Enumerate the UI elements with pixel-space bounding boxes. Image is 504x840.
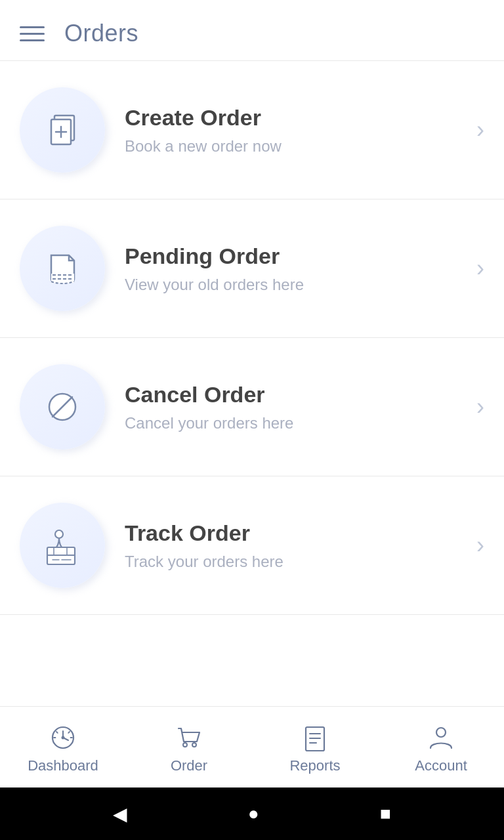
- nav-dashboard[interactable]: Dashboard: [0, 717, 126, 781]
- create-order-subtitle: Book a new order now: [125, 137, 470, 156]
- order-icon: [175, 723, 203, 752]
- pending-order-title: Pending Order: [125, 243, 470, 269]
- order-label: Order: [171, 757, 207, 774]
- cancel-order-chevron: ›: [476, 393, 484, 421]
- cancel-order-title: Cancel Order: [125, 382, 470, 408]
- cancel-order-item[interactable]: Cancel Order Cancel your orders here ›: [0, 338, 504, 476]
- pending-order-item[interactable]: Pending Order View your old orders here …: [0, 200, 504, 338]
- svg-point-23: [192, 743, 196, 747]
- create-order-chevron: ›: [476, 116, 484, 144]
- create-order-title: Create Order: [125, 105, 470, 131]
- pending-order-icon-circle: [20, 226, 105, 311]
- create-order-icon: [41, 109, 84, 152]
- recent-button[interactable]: ■: [380, 803, 391, 824]
- svg-point-9: [55, 530, 63, 538]
- bottom-nav: Dashboard Order Reports Account: [0, 706, 504, 788]
- menu-button[interactable]: [20, 26, 45, 41]
- svg-line-21: [68, 732, 70, 733]
- header: Orders: [0, 0, 504, 61]
- back-button[interactable]: ◀: [113, 803, 127, 825]
- menu-list: Create Order Book a new order now › Pend…: [0, 61, 504, 706]
- cancel-order-subtitle: Cancel your orders here: [125, 414, 470, 432]
- svg-line-20: [56, 732, 58, 733]
- nav-reports[interactable]: Reports: [252, 717, 378, 781]
- page-title: Orders: [64, 20, 138, 47]
- pending-order-text: Pending Order View your old orders here: [125, 243, 470, 294]
- dashboard-icon: [49, 723, 77, 752]
- create-order-text: Create Order Book a new order now: [125, 105, 470, 156]
- account-label: Account: [415, 757, 467, 774]
- android-nav-bar: ◀ ● ■: [0, 788, 504, 840]
- track-order-item[interactable]: Track Order Track your orders here ›: [0, 476, 504, 615]
- track-order-chevron: ›: [476, 532, 484, 559]
- nav-order[interactable]: Order: [126, 717, 252, 781]
- track-order-subtitle: Track your orders here: [125, 553, 470, 571]
- reports-label: Reports: [289, 757, 340, 774]
- cancel-order-icon: [41, 386, 84, 429]
- home-button[interactable]: ●: [248, 803, 259, 824]
- dashboard-label: Dashboard: [28, 757, 98, 774]
- reports-icon: [301, 723, 329, 752]
- track-order-icon: [39, 522, 85, 568]
- track-order-title: Track Order: [125, 520, 470, 546]
- pending-order-icon: [41, 247, 84, 290]
- cancel-order-text: Cancel Order Cancel your orders here: [125, 382, 470, 432]
- nav-account[interactable]: Account: [378, 717, 504, 781]
- cancel-order-icon-circle: [20, 364, 105, 450]
- track-order-text: Track Order Track your orders here: [125, 520, 470, 571]
- pending-order-chevron: ›: [476, 255, 484, 282]
- svg-point-22: [183, 743, 187, 747]
- svg-point-28: [436, 728, 446, 737]
- track-order-icon-circle: [20, 503, 105, 588]
- svg-point-17: [62, 736, 65, 740]
- create-order-item[interactable]: Create Order Book a new order now ›: [0, 61, 504, 200]
- pending-order-subtitle: View your old orders here: [125, 276, 470, 294]
- account-icon: [427, 723, 455, 752]
- create-order-icon-circle: [20, 87, 105, 173]
